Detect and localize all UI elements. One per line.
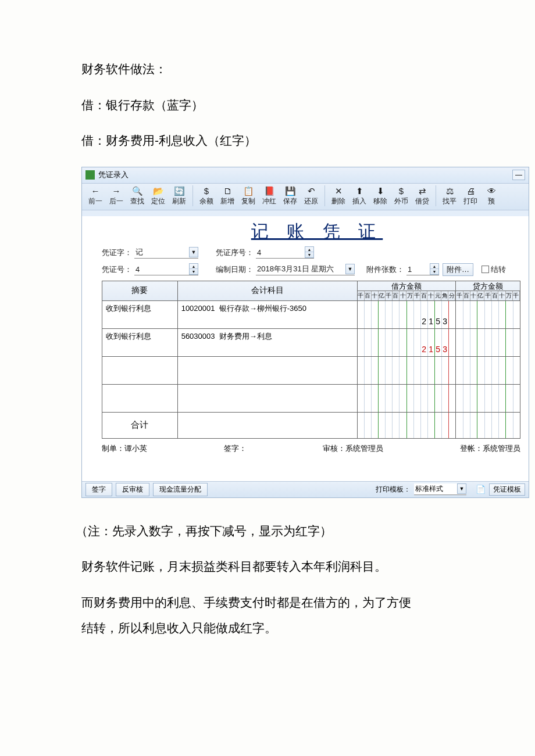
toolbar-icon: 📂: [153, 186, 163, 196]
toolbar-余额[interactable]: $余额: [197, 185, 216, 207]
toolbar-找平[interactable]: ⚖找平: [440, 185, 459, 207]
cell-debit[interactable]: [358, 357, 456, 384]
carry-label: 结转: [491, 264, 506, 275]
voucher-panel: 记 账 凭 证 凭证字： 记 ▼ 凭证序号： 4 ▲▼ 凭证号： 4 ▲▼: [82, 216, 529, 490]
doc-note: （注：先录入数字，再按下减号，显示为红字）: [76, 521, 500, 541]
voucher-word-value: 记: [135, 247, 143, 257]
toolbar-前一[interactable]: ←前一: [85, 185, 105, 207]
toolbar-查找[interactable]: 🔍查找: [127, 185, 147, 207]
cell-summary[interactable]: [102, 385, 178, 412]
toolbar-label: 借贷: [415, 196, 429, 206]
att-count-value: 1: [408, 265, 412, 274]
post-value: 系统管理员: [483, 443, 520, 454]
cell-debit[interactable]: [358, 385, 456, 412]
audit-label: 审核：: [323, 443, 345, 454]
toolbar-新增[interactable]: 🗋新增: [217, 185, 237, 207]
cell-debit[interactable]: 2153: [358, 329, 456, 356]
cell-account[interactable]: 56030003 财务费用→利息: [178, 329, 358, 356]
toolbar-冲红[interactable]: 📕冲红: [259, 185, 279, 207]
toolbar-icon: ✕: [333, 186, 344, 196]
toolbar-label: 冲红: [262, 196, 276, 206]
toolbar-借贷[interactable]: ⇄借贷: [412, 185, 432, 207]
toolbar-移除[interactable]: ⬇移除: [370, 185, 390, 207]
dropdown-icon[interactable]: ▼: [189, 247, 198, 257]
table-row[interactable]: 收到银行利息10020001 银行存款→柳州银行-36502153: [102, 301, 520, 329]
cell-credit[interactable]: [456, 357, 520, 384]
attachment-button[interactable]: 附件…: [443, 263, 473, 276]
table-row[interactable]: [102, 357, 520, 385]
doc-p5: 而财务费用中的利息、手续费支付时都是在借方的，为了方便: [81, 593, 500, 612]
maker-label: 制单：: [102, 443, 124, 454]
doc-p3: 借：财务费用-利息收入（红字）: [81, 131, 500, 151]
att-count-input[interactable]: 1 ▲▼: [406, 264, 439, 275]
toolbar-后一[interactable]: →后一: [106, 185, 126, 207]
toolbar-icon: 👁: [486, 186, 497, 196]
toolbar-icon: 🔄: [174, 186, 184, 196]
doc-p6: 结转，所以利息收入只能做成红字。: [81, 618, 500, 638]
total-debit: [358, 413, 456, 438]
print-template-select[interactable]: 标准样式 ▼: [414, 483, 466, 495]
toolbar-icon: ⬆: [354, 186, 365, 196]
titlebar[interactable]: 凭证录入 —: [82, 167, 529, 184]
dropdown-icon[interactable]: ▼: [457, 483, 466, 494]
voucher-date-select[interactable]: 2018年3月31日 星期六 ▼: [256, 264, 355, 275]
cell-summary[interactable]: 收到银行利息: [102, 301, 178, 328]
col-credit-header: 贷方金额千百十亿千百十万千: [456, 281, 520, 300]
sign-label: 签字：: [224, 443, 247, 454]
col-summary-header: 摘要: [102, 281, 178, 300]
toolbar-label: 复制: [241, 196, 255, 206]
col-acct-header: 会计科目: [178, 281, 358, 300]
toolbar-删除[interactable]: ✕删除: [329, 185, 348, 207]
cashflow-button[interactable]: 现金流量分配: [153, 483, 208, 496]
spinner-icon[interactable]: ▲▼: [430, 263, 439, 275]
toolbar-插入[interactable]: ⬆插入: [349, 185, 369, 207]
spinner-icon[interactable]: ▲▼: [305, 246, 314, 258]
cell-debit[interactable]: 2153: [358, 301, 456, 328]
toolbar-label: 找平: [443, 196, 456, 206]
cell-summary[interactable]: [102, 357, 178, 384]
voucher-template-button[interactable]: 凭证模板: [489, 483, 525, 496]
total-row: 合计: [102, 413, 520, 438]
print-template-label: 打印模板：: [376, 485, 411, 495]
toolbar-label: 查找: [130, 196, 144, 206]
cell-credit[interactable]: [456, 385, 520, 412]
toolbar-icon: 💾: [285, 186, 295, 196]
dropdown-icon[interactable]: ▼: [345, 264, 355, 274]
voucher-seq-input[interactable]: 4 ▲▼: [256, 247, 314, 259]
sign-button[interactable]: 签字: [85, 483, 112, 496]
toolbar-还原[interactable]: ↶还原: [301, 185, 321, 207]
unaudit-button[interactable]: 反审核: [116, 483, 149, 496]
cell-account[interactable]: 10020001 银行存款→柳州银行-3650: [178, 301, 358, 328]
carry-checkbox[interactable]: 结转: [482, 264, 506, 275]
att-count-label: 附件张数：: [366, 264, 404, 275]
word-label: 凭证字：: [102, 248, 132, 258]
toolbar-刷新[interactable]: 🔄刷新: [169, 185, 189, 207]
table-row[interactable]: 收到银行利息56030003 财务费用→利息2153: [102, 329, 520, 357]
cell-account[interactable]: [178, 385, 358, 412]
toolbar-icon: →: [111, 186, 122, 196]
toolbar-icon: $: [201, 186, 212, 196]
doc-p2: 借：银行存款（蓝字）: [81, 95, 500, 115]
cell-credit[interactable]: [456, 329, 520, 356]
toolbar-复制[interactable]: 📋复制: [238, 185, 258, 207]
toolbar-label: 余额: [199, 196, 213, 206]
cell-summary[interactable]: 收到银行利息: [102, 329, 178, 356]
toolbar-label: 移除: [373, 196, 387, 206]
spinner-icon[interactable]: ▲▼: [189, 263, 198, 275]
toolbar-定位[interactable]: 📂定位: [148, 185, 168, 207]
voucher-word-select[interactable]: 记 ▼: [134, 247, 198, 259]
voucher-grid[interactable]: 摘要会计科目借方金额千百十亿千百十万千百十元角分贷方金额千百十亿千百十万千收到银…: [102, 281, 520, 439]
table-row[interactable]: [102, 385, 520, 413]
toolbar-label: 外币: [394, 196, 408, 206]
toolbar-外币[interactable]: $外币: [391, 185, 411, 207]
toolbar-label: 还原: [304, 196, 318, 206]
voucher-num-input[interactable]: 4 ▲▼: [134, 264, 198, 275]
toolbar-icon: ⚖: [444, 186, 455, 196]
toolbar-保存[interactable]: 💾保存: [280, 185, 300, 207]
toolbar-打印[interactable]: 🖨打印: [461, 185, 480, 207]
cell-account[interactable]: [178, 357, 358, 384]
toolbar-预[interactable]: 👁预: [482, 185, 501, 207]
total-credit: [456, 413, 520, 438]
cell-credit[interactable]: [456, 301, 520, 328]
minimize-button[interactable]: —: [512, 170, 525, 180]
